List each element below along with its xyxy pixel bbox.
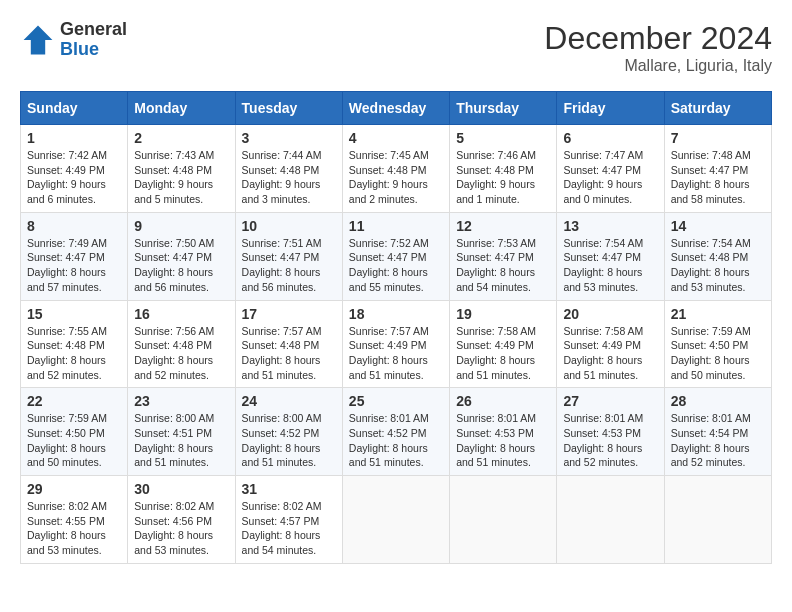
weekday-header-wednesday: Wednesday bbox=[342, 92, 449, 125]
day-cell-21: 21Sunrise: 7:59 AMSunset: 4:50 PMDayligh… bbox=[664, 300, 771, 388]
day-info: Sunrise: 7:47 AMSunset: 4:47 PMDaylight:… bbox=[563, 148, 657, 207]
day-cell-28: 28Sunrise: 8:01 AMSunset: 4:54 PMDayligh… bbox=[664, 388, 771, 476]
day-info: Sunrise: 7:42 AMSunset: 4:49 PMDaylight:… bbox=[27, 148, 121, 207]
day-cell-4: 4Sunrise: 7:45 AMSunset: 4:48 PMDaylight… bbox=[342, 125, 449, 213]
day-cell-26: 26Sunrise: 8:01 AMSunset: 4:53 PMDayligh… bbox=[450, 388, 557, 476]
day-number: 19 bbox=[456, 306, 550, 322]
day-cell-20: 20Sunrise: 7:58 AMSunset: 4:49 PMDayligh… bbox=[557, 300, 664, 388]
day-cell-7: 7Sunrise: 7:48 AMSunset: 4:47 PMDaylight… bbox=[664, 125, 771, 213]
day-number: 5 bbox=[456, 130, 550, 146]
day-info: Sunrise: 8:01 AMSunset: 4:53 PMDaylight:… bbox=[563, 411, 657, 470]
day-info: Sunrise: 7:43 AMSunset: 4:48 PMDaylight:… bbox=[134, 148, 228, 207]
logo-text: General Blue bbox=[60, 20, 127, 60]
day-number: 22 bbox=[27, 393, 121, 409]
weekday-header-sunday: Sunday bbox=[21, 92, 128, 125]
week-row-3: 15Sunrise: 7:55 AMSunset: 4:48 PMDayligh… bbox=[21, 300, 772, 388]
empty-cell bbox=[664, 476, 771, 564]
weekday-header-saturday: Saturday bbox=[664, 92, 771, 125]
day-number: 10 bbox=[242, 218, 336, 234]
day-cell-31: 31Sunrise: 8:02 AMSunset: 4:57 PMDayligh… bbox=[235, 476, 342, 564]
day-cell-25: 25Sunrise: 8:01 AMSunset: 4:52 PMDayligh… bbox=[342, 388, 449, 476]
logo-icon bbox=[20, 22, 56, 58]
day-info: Sunrise: 8:02 AMSunset: 4:56 PMDaylight:… bbox=[134, 499, 228, 558]
day-cell-12: 12Sunrise: 7:53 AMSunset: 4:47 PMDayligh… bbox=[450, 212, 557, 300]
weekday-header-friday: Friday bbox=[557, 92, 664, 125]
day-number: 27 bbox=[563, 393, 657, 409]
day-info: Sunrise: 7:55 AMSunset: 4:48 PMDaylight:… bbox=[27, 324, 121, 383]
day-info: Sunrise: 7:44 AMSunset: 4:48 PMDaylight:… bbox=[242, 148, 336, 207]
weekday-header-thursday: Thursday bbox=[450, 92, 557, 125]
weekday-header-row: SundayMondayTuesdayWednesdayThursdayFrid… bbox=[21, 92, 772, 125]
day-info: Sunrise: 7:57 AMSunset: 4:48 PMDaylight:… bbox=[242, 324, 336, 383]
day-info: Sunrise: 8:01 AMSunset: 4:53 PMDaylight:… bbox=[456, 411, 550, 470]
day-number: 11 bbox=[349, 218, 443, 234]
day-number: 13 bbox=[563, 218, 657, 234]
day-cell-30: 30Sunrise: 8:02 AMSunset: 4:56 PMDayligh… bbox=[128, 476, 235, 564]
day-info: Sunrise: 7:48 AMSunset: 4:47 PMDaylight:… bbox=[671, 148, 765, 207]
empty-cell bbox=[342, 476, 449, 564]
day-cell-19: 19Sunrise: 7:58 AMSunset: 4:49 PMDayligh… bbox=[450, 300, 557, 388]
day-info: Sunrise: 8:00 AMSunset: 4:51 PMDaylight:… bbox=[134, 411, 228, 470]
day-cell-5: 5Sunrise: 7:46 AMSunset: 4:48 PMDaylight… bbox=[450, 125, 557, 213]
day-number: 17 bbox=[242, 306, 336, 322]
day-number: 9 bbox=[134, 218, 228, 234]
day-info: Sunrise: 7:53 AMSunset: 4:47 PMDaylight:… bbox=[456, 236, 550, 295]
day-cell-18: 18Sunrise: 7:57 AMSunset: 4:49 PMDayligh… bbox=[342, 300, 449, 388]
week-row-4: 22Sunrise: 7:59 AMSunset: 4:50 PMDayligh… bbox=[21, 388, 772, 476]
day-number: 1 bbox=[27, 130, 121, 146]
day-number: 15 bbox=[27, 306, 121, 322]
day-cell-10: 10Sunrise: 7:51 AMSunset: 4:47 PMDayligh… bbox=[235, 212, 342, 300]
day-cell-27: 27Sunrise: 8:01 AMSunset: 4:53 PMDayligh… bbox=[557, 388, 664, 476]
day-cell-1: 1Sunrise: 7:42 AMSunset: 4:49 PMDaylight… bbox=[21, 125, 128, 213]
weekday-header-tuesday: Tuesday bbox=[235, 92, 342, 125]
day-number: 2 bbox=[134, 130, 228, 146]
day-cell-13: 13Sunrise: 7:54 AMSunset: 4:47 PMDayligh… bbox=[557, 212, 664, 300]
week-row-2: 8Sunrise: 7:49 AMSunset: 4:47 PMDaylight… bbox=[21, 212, 772, 300]
day-cell-8: 8Sunrise: 7:49 AMSunset: 4:47 PMDaylight… bbox=[21, 212, 128, 300]
empty-cell bbox=[450, 476, 557, 564]
day-cell-11: 11Sunrise: 7:52 AMSunset: 4:47 PMDayligh… bbox=[342, 212, 449, 300]
day-info: Sunrise: 7:49 AMSunset: 4:47 PMDaylight:… bbox=[27, 236, 121, 295]
day-info: Sunrise: 7:50 AMSunset: 4:47 PMDaylight:… bbox=[134, 236, 228, 295]
day-number: 21 bbox=[671, 306, 765, 322]
day-info: Sunrise: 8:00 AMSunset: 4:52 PMDaylight:… bbox=[242, 411, 336, 470]
day-info: Sunrise: 7:56 AMSunset: 4:48 PMDaylight:… bbox=[134, 324, 228, 383]
day-info: Sunrise: 8:01 AMSunset: 4:52 PMDaylight:… bbox=[349, 411, 443, 470]
day-cell-15: 15Sunrise: 7:55 AMSunset: 4:48 PMDayligh… bbox=[21, 300, 128, 388]
day-number: 25 bbox=[349, 393, 443, 409]
day-info: Sunrise: 8:01 AMSunset: 4:54 PMDaylight:… bbox=[671, 411, 765, 470]
day-info: Sunrise: 7:46 AMSunset: 4:48 PMDaylight:… bbox=[456, 148, 550, 207]
day-cell-24: 24Sunrise: 8:00 AMSunset: 4:52 PMDayligh… bbox=[235, 388, 342, 476]
day-cell-3: 3Sunrise: 7:44 AMSunset: 4:48 PMDaylight… bbox=[235, 125, 342, 213]
day-info: Sunrise: 7:54 AMSunset: 4:47 PMDaylight:… bbox=[563, 236, 657, 295]
day-number: 24 bbox=[242, 393, 336, 409]
calendar-table: SundayMondayTuesdayWednesdayThursdayFrid… bbox=[20, 91, 772, 564]
week-row-1: 1Sunrise: 7:42 AMSunset: 4:49 PMDaylight… bbox=[21, 125, 772, 213]
day-cell-2: 2Sunrise: 7:43 AMSunset: 4:48 PMDaylight… bbox=[128, 125, 235, 213]
day-cell-9: 9Sunrise: 7:50 AMSunset: 4:47 PMDaylight… bbox=[128, 212, 235, 300]
day-number: 14 bbox=[671, 218, 765, 234]
day-cell-17: 17Sunrise: 7:57 AMSunset: 4:48 PMDayligh… bbox=[235, 300, 342, 388]
weekday-header-monday: Monday bbox=[128, 92, 235, 125]
week-row-5: 29Sunrise: 8:02 AMSunset: 4:55 PMDayligh… bbox=[21, 476, 772, 564]
day-number: 18 bbox=[349, 306, 443, 322]
location-title: Mallare, Liguria, Italy bbox=[544, 57, 772, 75]
day-number: 12 bbox=[456, 218, 550, 234]
day-info: Sunrise: 8:02 AMSunset: 4:55 PMDaylight:… bbox=[27, 499, 121, 558]
day-cell-23: 23Sunrise: 8:00 AMSunset: 4:51 PMDayligh… bbox=[128, 388, 235, 476]
logo: General Blue bbox=[20, 20, 127, 60]
day-info: Sunrise: 7:59 AMSunset: 4:50 PMDaylight:… bbox=[27, 411, 121, 470]
day-info: Sunrise: 7:58 AMSunset: 4:49 PMDaylight:… bbox=[563, 324, 657, 383]
day-number: 26 bbox=[456, 393, 550, 409]
empty-cell bbox=[557, 476, 664, 564]
day-cell-22: 22Sunrise: 7:59 AMSunset: 4:50 PMDayligh… bbox=[21, 388, 128, 476]
day-info: Sunrise: 7:51 AMSunset: 4:47 PMDaylight:… bbox=[242, 236, 336, 295]
day-info: Sunrise: 7:52 AMSunset: 4:47 PMDaylight:… bbox=[349, 236, 443, 295]
day-number: 4 bbox=[349, 130, 443, 146]
day-cell-6: 6Sunrise: 7:47 AMSunset: 4:47 PMDaylight… bbox=[557, 125, 664, 213]
day-number: 3 bbox=[242, 130, 336, 146]
day-number: 28 bbox=[671, 393, 765, 409]
svg-marker-0 bbox=[24, 25, 53, 54]
day-number: 23 bbox=[134, 393, 228, 409]
day-number: 7 bbox=[671, 130, 765, 146]
